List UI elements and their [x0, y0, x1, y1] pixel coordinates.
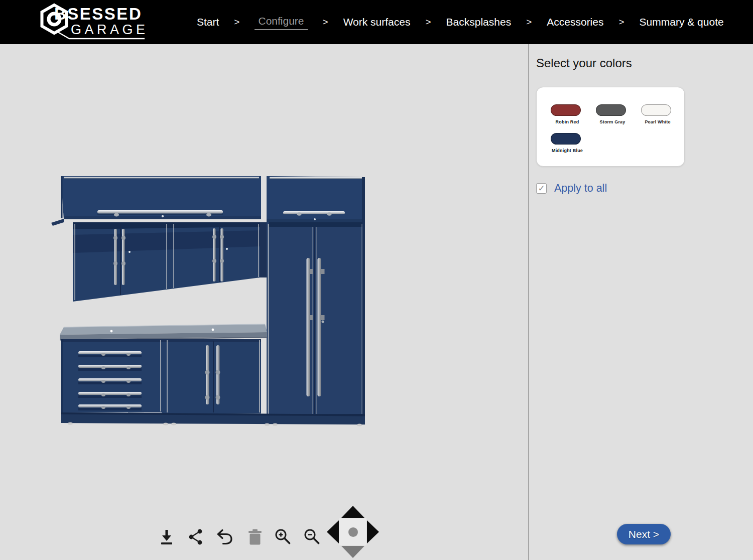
swatch-label: Robin Red — [551, 119, 584, 124]
breadcrumb-summary-quote[interactable]: Summary & quote — [640, 16, 724, 28]
swatch-storm-gray[interactable]: Storm Gray — [596, 104, 629, 124]
color-swatch-card: Robin Red Storm Gray Pearl White Midnigh… — [536, 87, 685, 167]
download-icon — [158, 528, 176, 545]
swatch-robin-red[interactable]: Robin Red — [551, 104, 584, 124]
cabinet-3d-render[interactable] — [50, 171, 371, 432]
share-icon — [187, 528, 204, 545]
color-sidebar: Select your colors Robin Red Storm Gray … — [528, 44, 753, 560]
breadcrumb-separator: > — [234, 17, 239, 28]
cabinet-render-svg — [50, 171, 371, 432]
logo-word-2: GARAGE — [71, 22, 149, 38]
swatch-midnight-blue[interactable]: Midnight Blue — [551, 133, 584, 153]
breadcrumb-accessories[interactable]: Accessories — [547, 16, 603, 28]
breadcrumb-separator: > — [526, 17, 532, 28]
apply-to-all-checkbox[interactable]: ✓ — [536, 183, 547, 194]
pan-center-dot — [348, 527, 358, 537]
apply-to-all[interactable]: ✓ Apply to all — [536, 182, 607, 195]
viewer-toolbar — [158, 528, 321, 546]
robin-red-pill[interactable] — [551, 104, 581, 116]
logo-word-1: BSESSED — [54, 5, 142, 24]
pan-center-handle[interactable] — [339, 518, 366, 545]
zoom-out-icon — [303, 528, 321, 546]
delete-button[interactable] — [245, 528, 263, 546]
breadcrumb: Start > Configure > Work surfaces > Back… — [197, 15, 724, 30]
zoom-out-button[interactable] — [303, 528, 321, 546]
pearl-white-pill[interactable] — [641, 104, 671, 116]
zoom-in-icon — [274, 528, 292, 546]
breadcrumb-backsplashes[interactable]: Backsplashes — [446, 16, 512, 28]
undo-icon — [216, 528, 234, 546]
swatch-label: Midnight Blue — [551, 148, 584, 153]
next-button[interactable]: Next > — [617, 524, 671, 544]
pan-control — [327, 506, 379, 558]
breadcrumb-work-surfaces[interactable]: Work surfaces — [343, 16, 411, 28]
obsessed-garage-logo[interactable]: BSESSED GARAGE — [0, 0, 166, 44]
swatch-pearl-white[interactable]: Pearl White — [641, 104, 674, 124]
breadcrumb-start[interactable]: Start — [197, 16, 219, 28]
zoom-in-button[interactable] — [274, 528, 292, 546]
breadcrumb-separator: > — [323, 17, 328, 28]
share-button[interactable] — [187, 528, 205, 546]
pan-left-arrow[interactable] — [327, 520, 339, 543]
midnight-blue-pill[interactable] — [551, 133, 581, 145]
storm-gray-pill[interactable] — [596, 104, 626, 116]
breadcrumb-separator: > — [618, 17, 624, 28]
undo-button[interactable] — [216, 528, 234, 546]
pan-up-arrow[interactable] — [341, 506, 364, 518]
download-button[interactable] — [158, 528, 176, 546]
app-header: BSESSED GARAGE Start > Configure > Work … — [0, 0, 753, 44]
breadcrumb-configure[interactable]: Configure — [255, 15, 307, 30]
apply-to-all-label: Apply to all — [554, 182, 607, 195]
sidebar-title: Select your colors — [536, 56, 753, 70]
swatch-label: Storm Gray — [596, 119, 629, 124]
trash-icon — [246, 528, 262, 545]
pan-right-arrow[interactable] — [367, 520, 379, 543]
pan-down-arrow[interactable] — [341, 546, 364, 558]
breadcrumb-separator: > — [425, 17, 431, 28]
swatch-label: Pearl White — [641, 119, 674, 124]
viewer-canvas[interactable] — [0, 44, 528, 560]
